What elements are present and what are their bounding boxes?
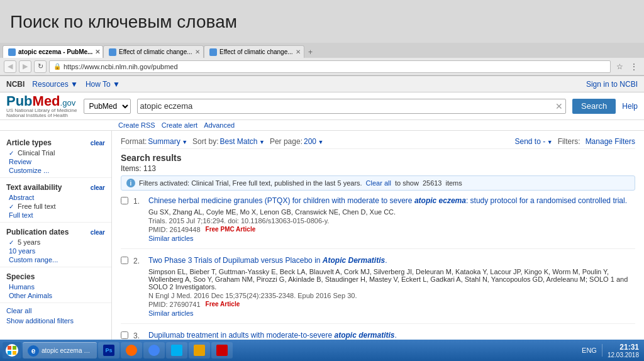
result-checkbox-3[interactable] (121, 331, 128, 339)
pubmed-logo-main: PubMed.gov (6, 94, 77, 108)
result-similar-1[interactable]: Similar articles (148, 235, 635, 242)
other-animals-link[interactable]: Other Animals (9, 292, 52, 299)
signin-link[interactable]: Sign in to NCBI (586, 80, 638, 89)
new-tab-button[interactable]: + (304, 47, 316, 58)
result-item-2: 2. Two Phase 3 Trials of Dupilumab versu… (121, 255, 635, 324)
sidebar-item-full-text[interactable]: Full text (0, 211, 111, 219)
result-title-3[interactable]: Dupilumab treatment in adults with moder… (148, 330, 635, 341)
back-button[interactable]: ◀ (4, 60, 16, 73)
tab-close-3[interactable]: ✕ (296, 48, 301, 55)
five-years-label: 5 years (18, 238, 40, 246)
taskbar-ps[interactable]: Ps (98, 342, 119, 358)
sidebar-divider-2 (0, 222, 111, 223)
result-number-1: 1. (133, 196, 143, 242)
help-link[interactable]: Help (622, 102, 638, 111)
perpage-selector: Per page: 200 (270, 137, 324, 146)
search-clear-button[interactable]: ✕ (555, 101, 563, 111)
clear-all-filters-link[interactable]: Clear all (366, 179, 391, 187)
result-checkbox-1[interactable] (121, 197, 128, 204)
result-authors-2: Simpson EL, Bieber T, Guttman-Yassky E, … (148, 268, 635, 291)
ncbi-toolbar: NCBI Resources ▼ How To ▼ Sign in to NCB… (0, 76, 644, 92)
search-database-select[interactable]: PubMed (84, 99, 131, 114)
clinical-trial-label: Clinical Trial (18, 149, 55, 157)
full-text-link[interactable]: Full text (9, 211, 33, 219)
howto-link[interactable]: How To ▼ (86, 80, 120, 89)
sidebar-item-humans[interactable]: Humans (0, 282, 111, 291)
result-similar-2[interactable]: Similar articles (148, 309, 635, 317)
sidebar-item-other-animals[interactable]: Other Animals (0, 291, 111, 300)
customize-link[interactable]: Customize ... (9, 167, 49, 174)
ie-taskbar-icon: e (28, 345, 39, 357)
ten-years-link[interactable]: 10 years (9, 247, 35, 255)
tab-label-2: Effect of climatic change... (119, 48, 192, 55)
taskbar-ie[interactable]: e atopic eczema - PubMe... (23, 342, 97, 358)
advanced-link[interactable]: Advanced (204, 121, 235, 129)
search-input-wrap: ✕ (137, 99, 567, 114)
address-bar[interactable]: 🔒 https://www.ncbi.nlm.nih.gov/pubmed (49, 60, 611, 73)
info-icon: i (126, 179, 135, 187)
items-count: Items: 113 (121, 164, 635, 173)
custom-range-link[interactable]: Custom range... (9, 256, 58, 264)
manage-filters-link[interactable]: Manage Filters (586, 137, 635, 146)
result-pmid-2: PMID: 27690741 (148, 301, 201, 308)
results-area: Format: Summary Sort by: Best Match Per … (112, 131, 644, 360)
svg-rect-1 (13, 346, 16, 350)
taskbar-item-7[interactable] (211, 342, 233, 358)
result-title-1[interactable]: Chinese herbal medicine granules (PTQX) … (148, 196, 635, 206)
publication-dates-clear[interactable]: clear (91, 229, 105, 236)
result-checkbox-2[interactable] (121, 257, 128, 264)
review-link[interactable]: Review (9, 158, 31, 165)
sidebar-item-10-years[interactable]: 10 years (0, 247, 111, 255)
search-button[interactable]: Search (572, 99, 616, 114)
taskbar-right: ENG 21:31 12.03.2018 (582, 343, 641, 358)
bookmarks-icon[interactable]: ☆ (613, 60, 626, 73)
result-pmid-line-1: PMID: 26149448 Free PMC Article (148, 226, 635, 233)
taskbar-item-6[interactable] (189, 342, 210, 358)
sidebar-item-custom-range[interactable]: Custom range... (0, 255, 111, 264)
create-rss-link[interactable]: Create RSS (118, 121, 155, 129)
search-input[interactable] (140, 101, 556, 111)
perpage-dropdown[interactable]: 200 (304, 137, 323, 146)
sortby-label: Sort by: (192, 137, 218, 146)
send-to-button[interactable]: Send to - (515, 137, 553, 146)
create-alert-link[interactable]: Create alert (162, 121, 197, 129)
taskbar-divider (602, 344, 602, 357)
refresh-button[interactable]: ↻ (34, 60, 47, 73)
browser-tab-active[interactable]: atopic eczema - PubMe... ✕ (3, 45, 103, 58)
pubmed-text: Pub (6, 93, 33, 109)
taskbar-time: 21:31 (608, 343, 639, 352)
sidebar-item-customize[interactable]: Customize ... (0, 166, 111, 175)
result-item-1: 1. Chinese herbal medicine granules (PTQ… (121, 196, 635, 249)
result-title-2[interactable]: Two Phase 3 Trials of Dupilumab versus P… (148, 255, 635, 266)
start-button[interactable] (3, 342, 21, 358)
settings-icon[interactable]: ⋮ (628, 60, 640, 73)
sidebar-item-5-years[interactable]: ✓ 5 years (0, 238, 111, 247)
tab-close-2[interactable]: ✕ (195, 48, 200, 55)
sortby-dropdown[interactable]: Best Match (219, 137, 264, 146)
text-availability-clear[interactable]: clear (91, 184, 105, 191)
humans-link[interactable]: Humans (9, 283, 35, 291)
result-pmid-1: PMID: 26149448 (148, 226, 201, 233)
search-results-title: Search results (121, 153, 635, 163)
taskbar-item-3[interactable] (121, 342, 142, 358)
forward-button[interactable]: ▶ (19, 60, 31, 73)
tab-label-1: atopic eczema - PubMe... (18, 48, 92, 55)
article-types-clear[interactable]: clear (91, 140, 105, 147)
sidebar-item-abstract[interactable]: Abstract (0, 193, 111, 202)
browser-tab-2[interactable]: Effect of climatic change... ✕ (103, 45, 204, 58)
result-journal-2: N Engl J Med. 2016 Dec 15;375(24):2335-2… (148, 292, 635, 299)
sidebar-item-review[interactable]: Review (0, 157, 111, 166)
browser-tab-3[interactable]: Effect of climatic change... ✕ (204, 45, 304, 58)
taskbar-clock: 21:31 12.03.2018 (608, 343, 639, 358)
publication-dates-title: Publication dates (6, 228, 69, 236)
show-additional-filters-link[interactable]: Show additional filters (0, 316, 111, 326)
abstract-link[interactable]: Abstract (9, 194, 34, 201)
tab-close-1[interactable]: ✕ (95, 48, 100, 55)
taskbar-item-5[interactable] (166, 342, 187, 358)
sidebar-item-clinical-trial[interactable]: ✓ Clinical Trial (0, 148, 111, 157)
resources-link[interactable]: Resources ▼ (32, 80, 78, 89)
sidebar-item-free-full-text[interactable]: ✓ Free full text (0, 202, 111, 211)
taskbar-item-4[interactable] (143, 342, 165, 358)
clear-all-link[interactable]: Clear all (0, 306, 111, 316)
format-dropdown[interactable]: Summary (148, 137, 187, 146)
